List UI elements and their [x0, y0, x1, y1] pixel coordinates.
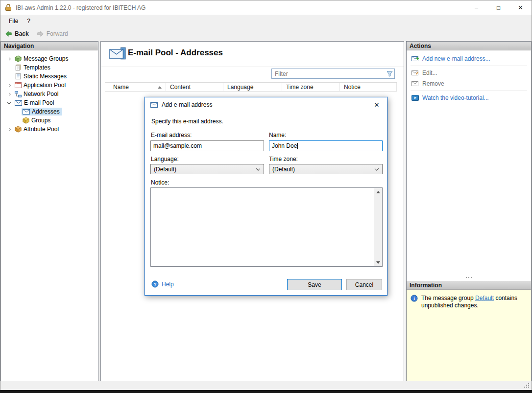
nav-item-network-pool[interactable]: Network Pool — [1, 90, 98, 98]
language-select[interactable]: (Default) — [150, 164, 264, 174]
dialog-title-bar: Add e-mail address ✕ — [145, 97, 387, 112]
filter-funnel-icon[interactable] — [385, 71, 394, 77]
panel-splitter[interactable] — [407, 275, 531, 279]
name-label: Name: — [269, 132, 286, 139]
menu-help[interactable]: ? — [23, 16, 35, 26]
notice-textarea[interactable] — [150, 187, 383, 267]
close-button[interactable]: ✕ — [509, 0, 532, 15]
column-label: Notice — [344, 84, 361, 91]
nav-item-message-groups[interactable]: Message Groups — [1, 54, 98, 63]
information-header: Information — [407, 281, 531, 290]
chevron-right-icon[interactable] — [4, 84, 14, 87]
filter-input[interactable] — [272, 70, 385, 77]
language-label: Language: — [151, 156, 179, 162]
help-icon: ? — [151, 280, 159, 288]
chevron-down-icon[interactable] — [4, 102, 14, 104]
nav-item-email-pool[interactable]: E-mail Pool — [1, 98, 98, 107]
application-pool-icon — [15, 82, 22, 88]
nav-item-application-pool[interactable]: Application Pool — [1, 81, 98, 90]
name-field[interactable]: John Doe — [269, 140, 383, 151]
resize-grip[interactable] — [524, 382, 530, 389]
nav-item-attribute-pool[interactable]: Attribute Pool — [1, 125, 98, 134]
email-pool-header-icon — [109, 47, 126, 62]
groups-icon — [23, 117, 29, 124]
chevron-down-icon — [256, 166, 260, 170]
attribute-pool-icon — [15, 126, 22, 133]
save-button[interactable]: Save — [287, 279, 342, 290]
static-messages-icon — [15, 73, 22, 80]
column-header-content[interactable]: Content — [166, 83, 223, 91]
minimize-button[interactable]: – — [465, 0, 487, 15]
actions-panel: Actions Add new e-mail address... Edit..… — [406, 41, 532, 381]
nav-item-addresses[interactable]: Addresses — [1, 107, 98, 116]
dialog-close-button[interactable]: ✕ — [366, 97, 387, 112]
navigation-tree: Message Groups Templates Static Messages… — [1, 50, 98, 134]
add-email-address-action[interactable]: Add new e-mail address... — [407, 53, 531, 64]
vertical-scrollbar[interactable] — [374, 188, 382, 266]
action-label: Add new e-mail address... — [422, 55, 490, 62]
email-address-field[interactable] — [150, 140, 264, 151]
email-pool-icon — [15, 100, 22, 106]
forward-button[interactable]: Forward — [37, 30, 68, 37]
column-header-language[interactable]: Language — [223, 83, 282, 91]
nav-item-label: Static Messages — [24, 73, 67, 80]
back-button[interactable]: Back — [5, 30, 29, 37]
column-label: Name — [113, 84, 129, 91]
app-icon — [4, 4, 12, 12]
add-email-address-dialog: Add e-mail address ✕ Specify this e-mail… — [145, 97, 387, 296]
dialog-description: Specify this e-mail address. — [151, 118, 223, 125]
nav-item-templates[interactable]: Templates — [1, 63, 98, 72]
nav-item-groups[interactable]: Groups — [1, 116, 98, 125]
window-controls: – □ ✕ — [465, 0, 532, 15]
column-header-name[interactable]: Name — [105, 83, 166, 91]
chevron-right-icon[interactable] — [4, 58, 14, 60]
action-label: Edit... — [422, 69, 437, 76]
scroll-up-icon[interactable] — [374, 188, 382, 196]
network-pool-icon — [15, 91, 22, 97]
column-header-notice[interactable]: Notice — [340, 83, 397, 91]
timezone-select-value: (Default) — [272, 166, 295, 173]
remove-action[interactable]: Remove — [407, 78, 531, 89]
forward-arrow-icon — [37, 30, 44, 37]
nav-item-label: Application Pool — [24, 82, 66, 89]
actions-separator — [411, 66, 527, 66]
scroll-down-icon[interactable] — [374, 258, 382, 266]
actions-list: Add new e-mail address... Edit... Remove… — [407, 50, 531, 103]
maximize-button[interactable]: □ — [487, 0, 509, 15]
default-message-group-link[interactable]: Default — [475, 295, 494, 301]
nav-item-label: Addresses — [32, 108, 60, 115]
edit-action[interactable]: Edit... — [407, 68, 531, 78]
page-title: E-mail Pool - Addresses — [128, 48, 223, 58]
email-dialog-icon — [150, 102, 158, 108]
information-panel: i The message group Default contains unp… — [407, 290, 531, 381]
nav-item-label: Network Pool — [24, 91, 58, 97]
table-header: Name Content Language Time zone Notice — [105, 82, 397, 92]
dialog-title: Add e-mail address — [162, 101, 212, 108]
menu-file[interactable]: File — [4, 16, 23, 26]
info-icon: i — [411, 295, 418, 302]
nav-item-label: Templates — [24, 64, 50, 71]
chevron-right-icon[interactable] — [4, 93, 14, 95]
templates-icon — [15, 64, 22, 71]
column-header-timezone[interactable]: Time zone — [282, 83, 340, 91]
toolbar: Back Forward — [0, 27, 532, 41]
chevron-right-icon[interactable] — [4, 128, 14, 131]
video-tutorial-action[interactable]: Watch the video-tutorial... — [407, 92, 531, 103]
notice-label: Notice: — [151, 179, 169, 186]
nav-item-static-messages[interactable]: Static Messages — [1, 72, 98, 81]
menu-bar: File ? — [0, 15, 532, 27]
help-label: Help — [162, 281, 174, 288]
back-arrow-icon — [5, 30, 12, 37]
action-label: Remove — [422, 80, 444, 87]
nav-item-label: Message Groups — [24, 55, 68, 62]
cancel-button[interactable]: Cancel — [346, 279, 382, 290]
actions-header: Actions — [407, 42, 531, 50]
navigation-header: Navigation — [1, 42, 98, 50]
title-bar: IBI-aws Admin 1.22.0 - registered for IB… — [0, 0, 532, 15]
timezone-select[interactable]: (Default) — [269, 164, 383, 174]
email-address-label: E-mail address: — [151, 132, 192, 139]
chevron-down-icon — [375, 166, 379, 170]
help-link[interactable]: ? Help — [151, 280, 174, 288]
column-label: Language — [227, 84, 253, 91]
navigation-panel: Navigation Message Groups Templates Stat… — [0, 41, 98, 381]
